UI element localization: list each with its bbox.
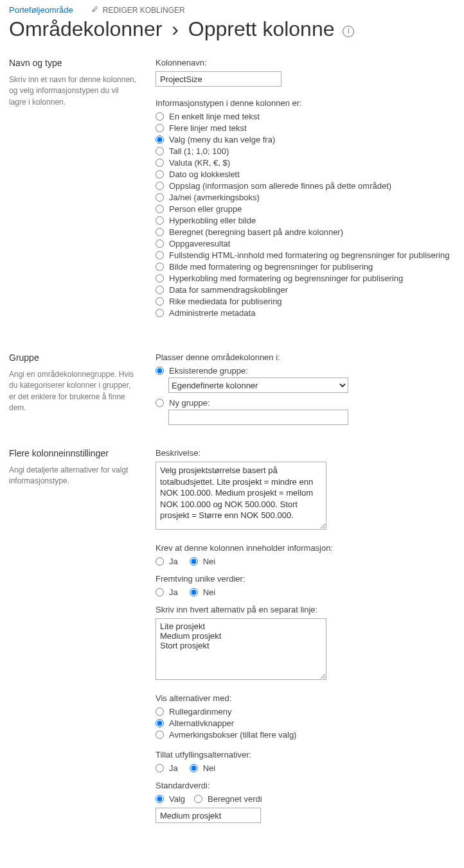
require-yes-radio[interactable]: [156, 557, 164, 566]
info-type-radio-3[interactable]: [156, 147, 164, 155]
default-mode-radio-0[interactable]: [156, 795, 164, 803]
default-mode-radio-1[interactable]: [194, 795, 202, 803]
display-option-label-0: Rullegardinmeny: [169, 707, 232, 716]
choices-label: Skriv inn hvert alternativ på en separat…: [156, 605, 455, 614]
more-settings-heading: Flere kolonneinnstillinger: [9, 448, 138, 458]
info-type-label-1: Flere linjer med tekst: [169, 123, 247, 133]
info-type-label-14: Hyperkobling med formatering og begrensn…: [169, 273, 403, 283]
unique-no-radio[interactable]: [190, 588, 198, 596]
choices-textarea[interactable]: [156, 618, 326, 680]
info-type-label-2: Valg (meny du kan velge fra): [169, 135, 275, 144]
unique-no-label: Nei: [203, 587, 216, 597]
info-type-label-5: Dato og klokkeslett: [169, 169, 240, 179]
existing-group-radio[interactable]: [156, 367, 164, 375]
info-type-label-7: Ja/nei (avmerkingsboks): [169, 193, 260, 202]
info-type-label: Informasjonstypen i denne kolonnen er:: [156, 98, 455, 108]
fillin-label: Tillat utfyllingsalternativer:: [156, 750, 455, 759]
info-type-radio-14[interactable]: [156, 274, 164, 282]
place-column-label: Plasser denne områdekolonnen i:: [156, 352, 455, 362]
fillin-no-radio[interactable]: [190, 764, 198, 772]
info-type-label-6: Oppslag (informasjon som allerede finnes…: [169, 181, 391, 191]
top-nav: Porteføljeområde REDIGER KOBLINGER: [0, 0, 464, 15]
require-yes-label: Ja: [169, 557, 178, 566]
page-title: Områdekolonner › Opprett kolonne i: [9, 17, 455, 41]
require-label: Krev at denne kolonnen inneholder inform…: [156, 543, 455, 553]
portfolio-area-link[interactable]: Porteføljeområde: [9, 5, 73, 15]
fillin-no-label: Nei: [203, 763, 216, 773]
info-type-radio-0[interactable]: [156, 112, 164, 121]
more-settings-desc: Angi detaljerte alternativer for valgt i…: [9, 465, 138, 487]
title-part2: Opprett kolonne: [188, 17, 335, 40]
info-type-label-10: Beregnet (beregning basert på andre kolo…: [169, 227, 343, 237]
info-type-label-0: En enkelt linje med tekst: [169, 112, 260, 121]
column-name-input[interactable]: [156, 71, 281, 87]
info-type-radio-1[interactable]: [156, 124, 164, 132]
unique-yes-label: Ja: [169, 587, 178, 597]
name-type-heading: Navn og type: [9, 58, 138, 68]
info-type-radio-10[interactable]: [156, 228, 164, 236]
info-type-label-4: Valuta (KR, €, $): [169, 158, 230, 168]
fillin-yes-radio[interactable]: [156, 764, 164, 772]
fillin-yes-label: Ja: [169, 763, 178, 773]
breadcrumb-separator-icon: ›: [168, 17, 183, 40]
info-type-label-3: Tall (1; 1,0; 100): [169, 146, 229, 156]
info-type-label-12: Fullstendig HTML-innhold med formatering…: [169, 250, 449, 260]
info-type-label-9: Hyperkobling eller bilde: [169, 216, 256, 225]
existing-group-select[interactable]: Egendefinerte kolonner: [168, 378, 348, 393]
new-group-input[interactable]: [168, 410, 348, 425]
info-type-radio-13[interactable]: [156, 263, 164, 271]
pencil-icon: [91, 5, 99, 15]
info-type-radio-16[interactable]: [156, 297, 164, 306]
info-type-label-15: Data for sammendragskoblinger: [169, 285, 288, 295]
info-type-label-8: Person eller gruppe: [169, 204, 242, 214]
edit-links-action[interactable]: REDIGER KOBLINGER: [91, 5, 185, 15]
info-type-label-11: Oppgaveresultat: [169, 239, 230, 248]
info-type-radio-8[interactable]: [156, 205, 164, 213]
info-type-radio-12[interactable]: [156, 251, 164, 259]
existing-group-label: Eksisterende gruppe:: [169, 366, 248, 376]
info-type-radio-7[interactable]: [156, 193, 164, 202]
unique-yes-radio[interactable]: [156, 588, 164, 596]
default-mode-label-1: Beregnet verdi: [208, 794, 262, 804]
display-as-label: Vis alternativer med:: [156, 693, 455, 703]
display-option-radio-1[interactable]: [156, 719, 164, 727]
info-type-label-16: Rike mediedata for publisering: [169, 297, 282, 306]
group-heading: Gruppe: [9, 352, 138, 363]
edit-links-label: REDIGER KOBLINGER: [103, 6, 185, 15]
group-desc: Angi en områdekolonnegruppe. Hvis du kat…: [9, 369, 138, 414]
new-group-radio[interactable]: [156, 399, 164, 407]
info-type-radio-17[interactable]: [156, 309, 164, 317]
column-name-label: Kolonnenavn:: [156, 58, 455, 67]
require-no-radio[interactable]: [190, 557, 198, 566]
default-value-label: Standardverdi:: [156, 781, 455, 790]
display-option-label-1: Alternativknapper: [169, 718, 234, 728]
unique-label: Fremtving unike verdier:: [156, 574, 455, 584]
info-type-radiogroup: En enkelt linje med tekstFlere linjer me…: [156, 112, 455, 318]
default-mode-radiogroup: ValgBeregnet verdi: [156, 794, 455, 804]
default-value-input[interactable]: [156, 808, 261, 823]
info-type-radio-4[interactable]: [156, 159, 164, 167]
info-type-radio-2[interactable]: [156, 135, 164, 144]
description-textarea[interactable]: [156, 462, 326, 530]
display-option-label-2: Avmerkingsbokser (tillat flere valg): [169, 730, 296, 740]
info-type-radio-11[interactable]: [156, 239, 164, 248]
info-icon[interactable]: i: [343, 26, 354, 37]
display-as-radiogroup: RullegardinmenyAlternativknapperAvmerkin…: [156, 707, 455, 740]
info-type-radio-15[interactable]: [156, 286, 164, 294]
default-mode-label-0: Valg: [169, 794, 185, 804]
title-part1: Områdekolonner: [9, 17, 162, 40]
info-type-label-13: Bilde med formatering og begrensninger f…: [169, 262, 373, 272]
require-no-label: Nei: [203, 557, 216, 566]
info-type-radio-6[interactable]: [156, 182, 164, 190]
display-option-radio-0[interactable]: [156, 707, 164, 716]
info-type-radio-5[interactable]: [156, 170, 164, 178]
info-type-label-17: Administrerte metadata: [169, 308, 255, 318]
description-label: Beskrivelse:: [156, 448, 455, 458]
new-group-label: Ny gruppe:: [169, 398, 210, 408]
name-type-desc: Skriv inn et navn for denne kolonnen, og…: [9, 74, 138, 108]
display-option-radio-2[interactable]: [156, 731, 164, 739]
info-type-radio-9[interactable]: [156, 216, 164, 225]
